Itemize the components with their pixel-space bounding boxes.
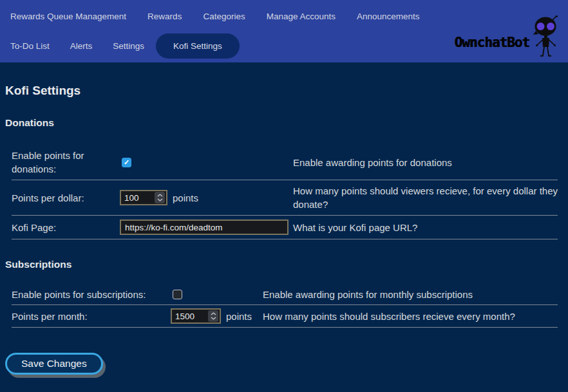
enable-subscriptions-checkbox[interactable]: ✓ [173,290,182,299]
number-spinner[interactable] [155,192,165,203]
points-per-month-label: Points per month: [12,310,171,323]
kofi-settings-page: Kofi Settings Donations Enable points fo… [0,84,568,375]
top-navigation: Rewards Queue Management Rewards Categor… [0,0,568,62]
donations-form: Enable points for donations: ✓ Enable aw… [12,145,558,239]
points-per-dollar-input[interactable] [121,193,155,203]
form-row-points-per-month: Points per month: points How many points… [12,305,558,328]
nav-item-todo-list[interactable]: To-Do List [10,41,50,51]
points-per-month-unit: points [226,311,252,322]
save-changes-button[interactable]: Save Changes [5,353,103,375]
form-row-enable-donations: Enable points for donations: ✓ Enable aw… [12,145,558,180]
ownchatbot-robot-icon [531,15,560,58]
donations-section-title: Donations [5,117,563,129]
checkmark-icon: ✓ [124,159,129,166]
points-per-dollar-input-wrap [120,190,167,205]
points-per-dollar-description: How many points should viewers recieve, … [293,184,558,211]
kofi-page-url-input[interactable] [120,219,289,235]
kofi-page-description: What is your Kofi page URL? [293,221,558,234]
enable-donations-description: Enable awarding points for donations [293,156,558,169]
page-title: Kofi Settings [5,84,563,98]
nav-item-announcements[interactable]: Announcements [357,12,420,21]
form-row-points-per-dollar: Points per dollar: points How many point… [12,180,558,216]
points-per-dollar-label: Points per dollar: [12,191,120,205]
nav-item-manage-accounts[interactable]: Manage Accounts [267,12,336,21]
kofi-page-label: Kofi Page: [12,221,120,234]
subscriptions-form: Enable points for subscriptions: ✓ Enabl… [12,285,558,328]
points-per-month-input-wrap [171,308,221,324]
spinner-down-icon[interactable] [157,198,163,201]
ownchatbot-logo: OwnchatBot [455,15,560,58]
nav-item-rewards[interactable]: Rewards [147,12,182,21]
nav-item-alerts[interactable]: Alerts [70,41,93,51]
enable-subscriptions-label: Enable points for subscriptions: [12,288,171,301]
spinner-down-icon[interactable] [211,317,216,320]
enable-donations-checkbox[interactable]: ✓ [122,158,131,167]
enable-subscriptions-description: Enable awarding points for monthly subsc… [263,288,558,301]
nav-item-settings[interactable]: Settings [113,41,144,51]
points-per-month-description: How many points should subscribers recie… [263,310,558,323]
enable-donations-label: Enable points for donations: [12,149,120,176]
points-per-dollar-unit: points [173,192,198,203]
points-per-month-input[interactable] [172,312,208,321]
form-row-enable-subscriptions: Enable points for subscriptions: ✓ Enabl… [12,285,558,305]
nav-item-kofi-settings-active-tab[interactable]: Kofi Settings [156,33,240,59]
spinner-up-icon[interactable] [157,194,163,197]
subscriptions-section-title: Subscriptions [5,259,563,270]
number-spinner[interactable] [208,310,218,322]
nav-item-rewards-queue-management[interactable]: Rewards Queue Management [10,12,126,21]
spinner-up-icon[interactable] [211,312,216,315]
nav-item-categories[interactable]: Categories [203,12,245,21]
ownchatbot-logo-text: OwnchatBot [455,35,529,50]
form-row-kofi-page: Kofi Page: What is your Kofi page URL? [12,216,558,239]
